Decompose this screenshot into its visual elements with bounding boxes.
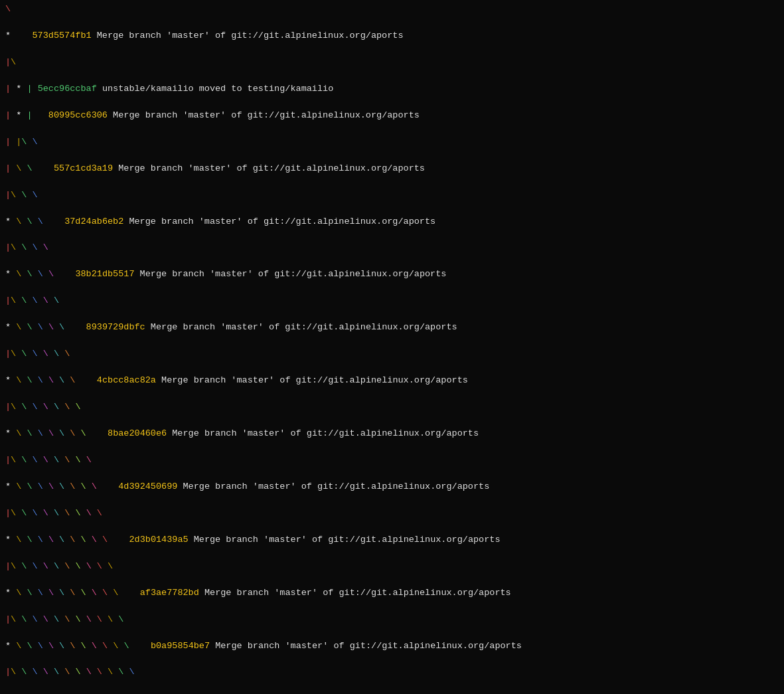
log-line: |\ \ \ \ <box>5 241 779 254</box>
log-line: |\ \ \ \ \ \ \ \ \ \ \ \ <box>5 665 779 679</box>
log-line: | \ \ 557c1cd3a19 Merge branch 'master' … <box>5 162 779 175</box>
log-line: * \ \ \ \ \ \ \ \ \ \ \ b0a95854be7 Merg… <box>5 640 779 653</box>
log-line: |\ \ \ <box>5 189 779 202</box>
terminal: \ * 573d5574fb1 Merge branch 'master' of… <box>0 0 784 694</box>
log-line: * \ \ \ \ \ \ \ 8bae20460e6 Merge branch… <box>5 427 779 440</box>
log-line: |\ \ \ \ \ \ \ \ \ \ \ <box>5 613 779 626</box>
log-line: * \ \ \ \ 38b21db5517 Merge branch 'mast… <box>5 268 779 281</box>
log-line: | * | 80995cc6306 Merge branch 'master' … <box>5 109 779 122</box>
log-line: |\ \ \ \ \ \ \ \ \ <box>5 507 779 520</box>
log-line: |\ \ \ \ \ \ \ \ \ \ <box>5 560 779 573</box>
log-line: |\ \ \ \ \ \ \ <box>5 400 779 414</box>
log-line: * \ \ \ \ \ \ \ \ 4d392450699 Merge bran… <box>5 480 779 493</box>
log-line: * \ \ \ \ \ 8939729dbfc Merge branch 'ma… <box>5 321 779 334</box>
log-line: |\ \ \ \ \ \ <box>5 347 779 361</box>
log-line: |\ <box>5 56 779 69</box>
log-line: |\ \ \ \ \ <box>5 294 779 307</box>
log-line: * 573d5574fb1 Merge branch 'master' of g… <box>5 29 779 43</box>
log-line: | * | 5ecc96ccbaf unstable/kamailio move… <box>5 82 779 96</box>
log-line: * \ \ \ \ \ \ 4cbcc8ac82a Merge branch '… <box>5 374 779 387</box>
log-line: * \ \ \ \ \ \ \ \ \ \ af3ae7782bd Merge … <box>5 586 779 600</box>
log-line: * \ \ \ \ \ \ \ \ \ 2d3b01439a5 Merge br… <box>5 533 779 547</box>
log-line: * \ \ \ 37d24ab6eb2 Merge branch 'master… <box>5 215 779 228</box>
log-line: \ <box>5 3 779 16</box>
log-line: |\ \ \ \ \ \ \ \ <box>5 454 779 467</box>
log-line: | |\ \ <box>5 135 779 149</box>
